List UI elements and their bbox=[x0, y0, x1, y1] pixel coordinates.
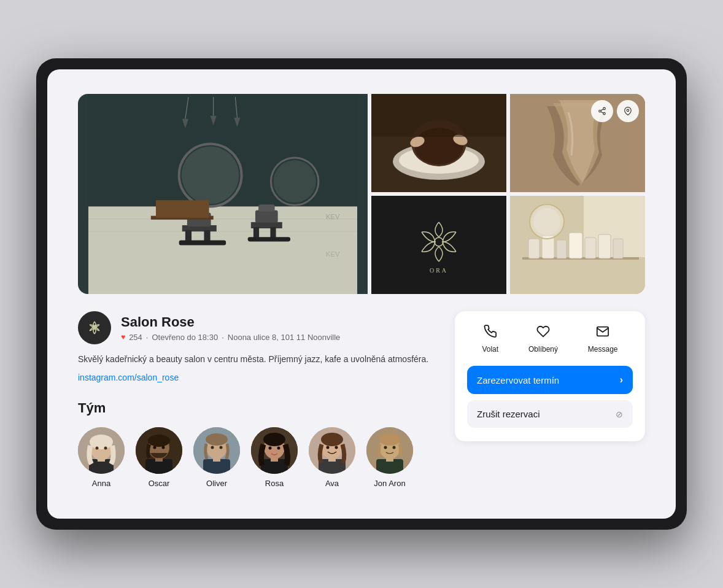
member-name-jon: Jon Aron bbox=[374, 479, 405, 488]
team-member-jon[interactable]: Jon Aron bbox=[366, 427, 413, 488]
svg-point-47 bbox=[627, 109, 629, 112]
svg-text:KEV: KEV bbox=[326, 213, 340, 220]
member-name-anna: Anna bbox=[92, 479, 110, 488]
favorite-label: Oblíbený bbox=[528, 345, 558, 354]
address: Noona ulice 8, 101 11 Noonville bbox=[228, 333, 341, 342]
message-icon bbox=[596, 325, 609, 341]
svg-point-70 bbox=[104, 447, 107, 450]
svg-point-68 bbox=[90, 435, 113, 449]
book-button[interactable]: Zarezervovat termín › bbox=[467, 366, 633, 394]
team-member-ava[interactable]: Ava bbox=[309, 427, 355, 488]
svg-point-89 bbox=[263, 433, 285, 446]
svg-point-105 bbox=[393, 446, 396, 449]
team-section: Tým bbox=[78, 400, 436, 488]
svg-point-76 bbox=[153, 446, 157, 449]
svg-point-103 bbox=[379, 433, 401, 446]
cancel-icon: ⊘ bbox=[616, 409, 623, 419]
svg-point-97 bbox=[327, 446, 330, 449]
action-panel: Volat Oblíbený bbox=[455, 311, 645, 441]
svg-point-7 bbox=[182, 147, 239, 204]
svg-rect-20 bbox=[270, 227, 276, 238]
action-buttons-row: Volat Oblíbený bbox=[467, 325, 633, 354]
cancel-button[interactable]: Zrušit rezervaci ⊘ bbox=[467, 400, 633, 428]
svg-rect-58 bbox=[585, 238, 596, 258]
salon-info: Salon Rose ♥ 254 · Otevřeno do 18:30 · N… bbox=[78, 311, 436, 488]
svg-text:KEV: KEV bbox=[326, 250, 340, 258]
svg-point-104 bbox=[384, 446, 387, 449]
svg-rect-39 bbox=[371, 94, 506, 137]
svg-line-46 bbox=[601, 109, 603, 110]
screen: KEV KEV bbox=[47, 69, 676, 519]
separator1: · bbox=[146, 333, 149, 342]
photo-logo[interactable]: ORA bbox=[371, 196, 506, 294]
instagram-link[interactable]: instagram.com/salon_rose bbox=[78, 373, 179, 382]
svg-point-75 bbox=[148, 435, 170, 447]
svg-line-45 bbox=[601, 112, 603, 113]
svg-rect-23 bbox=[156, 200, 209, 218]
avatar-ava bbox=[309, 427, 355, 474]
call-action[interactable]: Volat bbox=[482, 325, 498, 354]
team-members: Anna bbox=[78, 427, 436, 488]
svg-rect-21 bbox=[248, 237, 290, 241]
message-action[interactable]: Message bbox=[588, 325, 618, 354]
avatar-oscar bbox=[136, 427, 182, 474]
svg-text:ORA: ORA bbox=[430, 267, 448, 274]
svg-point-98 bbox=[335, 446, 338, 449]
svg-point-84 bbox=[220, 446, 223, 449]
team-member-anna[interactable]: Anna bbox=[78, 427, 125, 488]
photo-products[interactable] bbox=[510, 196, 645, 294]
action-buttons-top bbox=[591, 100, 639, 122]
cancel-label: Zrušit rezervaci bbox=[477, 409, 540, 419]
svg-point-42 bbox=[603, 107, 606, 110]
device-frame: KEV KEV bbox=[36, 58, 687, 530]
salon-header: Salon Rose ♥ 254 · Otevřeno do 18:30 · N… bbox=[78, 311, 436, 344]
avatar-oliver bbox=[193, 427, 240, 474]
svg-rect-15 bbox=[179, 240, 226, 245]
favorite-action[interactable]: Oblíbený bbox=[528, 325, 558, 354]
svg-rect-60 bbox=[613, 239, 623, 258]
phone-icon bbox=[484, 325, 497, 341]
svg-point-83 bbox=[211, 446, 214, 449]
photo-hair-wash[interactable] bbox=[371, 94, 506, 192]
svg-rect-48 bbox=[371, 196, 506, 294]
team-member-oscar[interactable]: Oscar bbox=[136, 427, 182, 488]
team-member-oliver[interactable]: Oliver bbox=[193, 427, 240, 488]
svg-point-43 bbox=[599, 110, 601, 112]
book-label: Zarezervovat termín bbox=[477, 375, 559, 385]
location-button[interactable] bbox=[617, 100, 639, 122]
svg-rect-17 bbox=[255, 210, 278, 222]
chevron-right-icon: › bbox=[620, 374, 623, 385]
description: Skvělý kadeřnický a beauty salon v centr… bbox=[78, 353, 436, 366]
salon-name-block: Salon Rose ♥ 254 · Otevřeno do 18:30 · N… bbox=[121, 314, 340, 342]
member-name-oliver: Oliver bbox=[206, 479, 227, 488]
svg-point-9 bbox=[274, 160, 316, 203]
message-label: Message bbox=[588, 345, 618, 354]
member-name-oscar: Oscar bbox=[149, 479, 170, 488]
svg-rect-56 bbox=[557, 240, 566, 258]
avatar-anna bbox=[78, 427, 125, 474]
salon-meta: ♥ 254 · Otevřeno do 18:30 · Noona ulice … bbox=[121, 333, 340, 342]
salon-name: Salon Rose bbox=[121, 314, 340, 330]
open-time: Otevřeno do 18:30 bbox=[152, 333, 218, 342]
svg-point-77 bbox=[162, 446, 165, 449]
heart-action-icon bbox=[536, 325, 550, 341]
team-title: Tým bbox=[78, 400, 436, 416]
svg-point-96 bbox=[321, 433, 343, 446]
content-area: Salon Rose ♥ 254 · Otevřeno do 18:30 · N… bbox=[78, 311, 645, 488]
photo-hair-style[interactable] bbox=[510, 94, 645, 192]
rating: 254 bbox=[129, 333, 142, 342]
avatar-jon bbox=[366, 427, 413, 474]
svg-point-82 bbox=[206, 433, 228, 446]
share-button[interactable] bbox=[591, 100, 613, 122]
svg-point-62 bbox=[533, 208, 560, 235]
svg-point-90 bbox=[269, 447, 272, 450]
team-member-rosa[interactable]: Rosa bbox=[251, 427, 298, 488]
svg-rect-3 bbox=[88, 206, 357, 294]
avatar-rosa bbox=[251, 427, 298, 474]
photo-grid: KEV KEV bbox=[78, 94, 645, 294]
svg-point-69 bbox=[96, 447, 99, 450]
photo-main[interactable]: KEV KEV bbox=[78, 94, 368, 294]
svg-rect-19 bbox=[253, 227, 259, 238]
svg-rect-54 bbox=[528, 239, 539, 258]
svg-rect-59 bbox=[598, 234, 611, 258]
